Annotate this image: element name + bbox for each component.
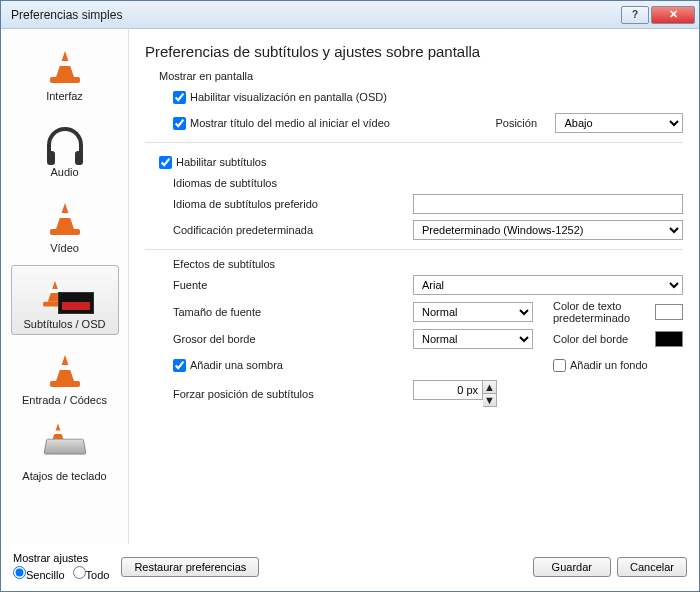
help-button[interactable]: ?	[621, 6, 649, 24]
sidebar-item-label: Subtítulos / OSD	[12, 318, 118, 330]
divider	[145, 249, 683, 250]
position-select[interactable]: Abajo	[555, 113, 683, 133]
font-size-label: Tamaño de fuente	[173, 306, 383, 318]
add-background-checkbox[interactable]: Añadir un fondo	[553, 359, 648, 372]
show-settings-label: Mostrar ajustes	[13, 552, 109, 564]
sidebar-item-hotkeys[interactable]: Atajos de teclado	[11, 417, 119, 487]
outline-thickness-select[interactable]: Normal	[413, 329, 533, 349]
radio-label: Sencillo	[26, 569, 65, 581]
cone-icon	[38, 44, 92, 88]
effects-group-title: Efectos de subtítulos	[173, 258, 683, 270]
all-radio[interactable]: Todo	[73, 566, 110, 581]
cone-icon	[38, 348, 92, 392]
text-color-swatch[interactable]	[655, 304, 683, 320]
default-encoding-label: Codificación predeterminada	[173, 224, 383, 236]
preferred-language-input[interactable]	[413, 194, 683, 214]
footer: Mostrar ajustes Sencillo Todo Restaurar …	[1, 544, 699, 591]
enable-osd-input[interactable]	[173, 91, 186, 104]
sidebar-item-label: Atajos de teclado	[12, 470, 118, 482]
subtitle-lang-group-title: Idiomas de subtítulos	[173, 177, 683, 189]
spinner-arrows[interactable]: ▲▼	[483, 380, 497, 407]
add-shadow-checkbox[interactable]: Añadir una sombra	[173, 359, 413, 372]
checkbox-label: Añadir un fondo	[570, 359, 648, 371]
cancel-button[interactable]: Cancelar	[617, 557, 687, 577]
checkbox-label: Añadir una sombra	[190, 359, 283, 371]
font-label: Fuente	[173, 279, 383, 291]
add-shadow-input[interactable]	[173, 359, 186, 372]
chevron-up-icon[interactable]: ▲	[483, 381, 496, 394]
show-media-title-checkbox[interactable]: Mostrar título del medio al iniciar el v…	[173, 117, 390, 130]
font-select[interactable]: Arial	[413, 275, 683, 295]
enable-subtitles-checkbox[interactable]: Habilitar subtítulos	[159, 156, 267, 169]
enable-osd-checkbox[interactable]: Habilitar visualización en pantalla (OSD…	[173, 91, 387, 104]
subtitle-osd-icon	[38, 272, 92, 316]
force-position-input[interactable]	[413, 380, 483, 400]
font-size-select[interactable]: Normal	[413, 302, 533, 322]
simple-radio[interactable]: Sencillo	[13, 566, 65, 581]
radio-label: Todo	[86, 569, 110, 581]
sidebar-item-label: Entrada / Códecs	[12, 394, 118, 406]
position-label: Posición	[495, 117, 555, 129]
checkbox-label: Habilitar visualización en pantalla (OSD…	[190, 91, 387, 103]
preferences-window: Preferencias simples ? ✕ Interfaz Audio …	[0, 0, 700, 592]
category-sidebar: Interfaz Audio Vídeo Subtítulos / OSD En…	[1, 29, 129, 544]
enable-subtitles-input[interactable]	[159, 156, 172, 169]
cone-icon	[38, 196, 92, 240]
show-media-title-input[interactable]	[173, 117, 186, 130]
save-button[interactable]: Guardar	[533, 557, 611, 577]
default-encoding-select[interactable]: Predeterminado (Windows-1252)	[413, 220, 683, 240]
sidebar-item-label: Vídeo	[12, 242, 118, 254]
close-icon: ✕	[669, 8, 678, 21]
sidebar-item-video[interactable]: Vídeo	[11, 189, 119, 259]
outline-thickness-label: Grosor del borde	[173, 333, 383, 345]
divider	[145, 142, 683, 143]
window-body: Interfaz Audio Vídeo Subtítulos / OSD En…	[1, 29, 699, 544]
page-title: Preferencias de subtítulos y ajustes sob…	[145, 43, 683, 60]
window-title: Preferencias simples	[5, 8, 619, 22]
close-button[interactable]: ✕	[651, 6, 695, 24]
sidebar-item-label: Interfaz	[12, 90, 118, 102]
border-color-label: Color del borde	[553, 333, 655, 345]
sidebar-item-subtitles-osd[interactable]: Subtítulos / OSD	[11, 265, 119, 335]
chevron-down-icon[interactable]: ▼	[483, 394, 496, 406]
checkbox-label: Mostrar título del medio al iniciar el v…	[190, 117, 390, 129]
titlebar: Preferencias simples ? ✕	[1, 1, 699, 29]
preferred-language-label: Idioma de subtítulos preferido	[173, 198, 383, 210]
text-color-label: Color de texto predeterminado	[553, 300, 655, 324]
keyboard-icon	[38, 424, 92, 468]
sidebar-item-input-codecs[interactable]: Entrada / Códecs	[11, 341, 119, 411]
force-position-spinner[interactable]: ▲▼	[413, 380, 497, 407]
show-settings-group: Mostrar ajustes Sencillo Todo	[13, 552, 109, 581]
force-position-label: Forzar posición de subtítulos	[173, 388, 383, 400]
sidebar-item-audio[interactable]: Audio	[11, 113, 119, 183]
headphones-icon	[38, 120, 92, 164]
checkbox-label: Habilitar subtítulos	[176, 156, 267, 168]
settings-panel: Preferencias de subtítulos y ajustes sob…	[129, 29, 699, 544]
add-background-input[interactable]	[553, 359, 566, 372]
osd-group-title: Mostrar en pantalla	[159, 70, 683, 82]
border-color-swatch[interactable]	[655, 331, 683, 347]
sidebar-item-label: Audio	[12, 166, 118, 178]
reset-preferences-button[interactable]: Restaurar preferencias	[121, 557, 259, 577]
sidebar-item-interface[interactable]: Interfaz	[11, 37, 119, 107]
